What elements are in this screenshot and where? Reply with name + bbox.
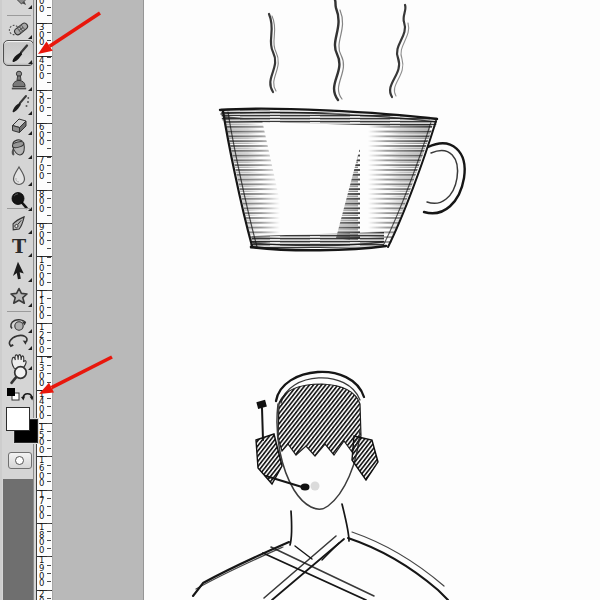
quick-mask-circle-icon	[15, 456, 24, 465]
tool-palette: T	[0, 0, 36, 600]
tool-zoom[interactable]	[5, 364, 33, 386]
mini-foreground-swatch	[8, 389, 15, 396]
tool-3d-rotate[interactable]	[5, 314, 33, 334]
tool-custom-shape[interactable]	[5, 284, 33, 308]
color-mini-controls	[5, 387, 33, 405]
flyout-indicator	[28, 131, 32, 135]
flyout-indicator	[28, 253, 32, 257]
tool-brush[interactable]	[3, 40, 34, 66]
flyout-indicator	[28, 5, 32, 9]
tool-blur[interactable]	[5, 163, 33, 187]
flyout-indicator	[28, 155, 32, 159]
ruler-minor-ticks	[47, 0, 51, 600]
flyout-indicator	[28, 87, 32, 91]
magnifier-icon	[7, 364, 31, 386]
tool-clone-stamp[interactable]	[5, 68, 33, 92]
switch-colors-icon[interactable]	[21, 394, 34, 401]
tool-eraser[interactable]	[5, 112, 33, 136]
foreground-color-swatch[interactable]	[6, 407, 30, 431]
pasteboard	[54, 0, 143, 600]
tool-paint-bucket[interactable]	[5, 136, 33, 160]
tool-spot-healing-brush[interactable]	[5, 16, 33, 40]
document-canvas[interactable]	[143, 0, 600, 600]
type-tool-glyph: T	[12, 235, 26, 257]
tool-eyedropper[interactable]	[5, 0, 33, 10]
flyout-indicator	[28, 303, 32, 307]
flyout-indicator	[28, 278, 32, 282]
toolbar-separator	[7, 311, 31, 312]
tool-type[interactable]: T	[5, 234, 33, 258]
photoshop-workspace: T	[0, 0, 600, 600]
tool-path-selection[interactable]	[5, 259, 33, 283]
flyout-indicator	[28, 182, 32, 186]
flyout-indicator	[28, 35, 32, 39]
tool-pen[interactable]	[5, 211, 33, 235]
flyout-indicator	[28, 60, 32, 64]
toolbar-separator	[7, 208, 31, 209]
vertical-ruler[interactable]: 2003004005006007008009001000110012001300…	[36, 0, 53, 600]
toolbar-empty-area	[3, 479, 33, 600]
quick-mask-button[interactable]	[8, 452, 32, 469]
default-colors-icon[interactable]	[8, 389, 20, 401]
